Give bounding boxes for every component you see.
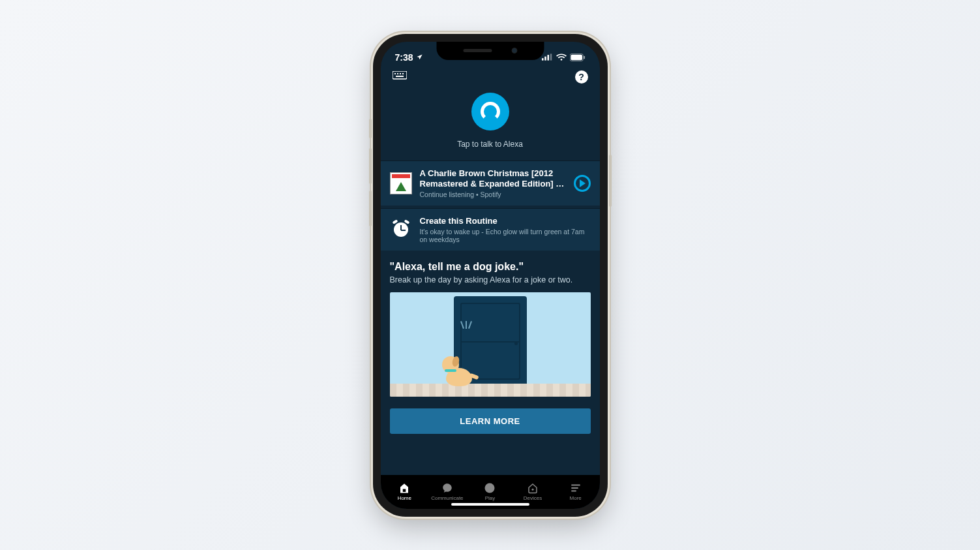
volume-down-button	[369, 191, 372, 226]
mute-switch	[369, 119, 372, 138]
tab-communicate-label: Communicate	[431, 495, 463, 501]
cellular-signal-icon	[542, 53, 553, 61]
status-time: 7:38	[395, 52, 413, 63]
svg-rect-9	[397, 73, 398, 74]
svg-rect-5	[584, 55, 585, 59]
tab-home-label: Home	[398, 495, 411, 501]
phone-notch	[436, 42, 544, 60]
feature-illustration	[390, 292, 591, 397]
more-icon	[570, 482, 582, 494]
svg-rect-10	[400, 73, 401, 74]
svg-rect-6	[571, 54, 582, 59]
alexa-ring-icon	[481, 102, 500, 121]
tab-home[interactable]: Home	[385, 482, 423, 501]
home-icon	[398, 482, 410, 494]
svg-rect-3	[550, 53, 552, 60]
tab-play[interactable]: Play	[471, 482, 509, 501]
now-playing-subtitle: Continue listening • Spotify	[420, 191, 566, 198]
tab-play-label: Play	[485, 495, 496, 501]
svg-rect-0	[542, 58, 544, 60]
help-icon[interactable]: ?	[575, 70, 588, 84]
now-playing-title: A Charlie Brown Christmas [2012 Remaster…	[420, 168, 566, 190]
feature-subtitle: Break up the day by asking Alexa for a j…	[390, 275, 591, 284]
tab-devices-label: Devices	[524, 495, 542, 501]
tab-more-label: More	[570, 495, 582, 501]
wifi-icon	[556, 53, 567, 61]
album-art-icon	[390, 172, 412, 194]
routine-title: Create this Routine	[420, 216, 591, 226]
svg-rect-7	[393, 71, 407, 79]
tap-to-talk-label: Tap to talk to Alexa	[381, 140, 600, 149]
svg-rect-13	[400, 492, 408, 493]
location-arrow-icon	[416, 53, 423, 61]
tab-communicate[interactable]: Communicate	[428, 482, 466, 501]
play-icon[interactable]	[574, 175, 591, 192]
phone-frame: 7:38	[373, 34, 608, 517]
svg-rect-11	[402, 73, 404, 74]
svg-point-15	[532, 489, 534, 491]
routine-card[interactable]: Create this Routine It's okay to wake up…	[381, 208, 600, 251]
now-playing-card[interactable]: A Charlie Brown Christmas [2012 Remaster…	[381, 160, 600, 206]
devices-icon	[527, 482, 539, 494]
phone-screen: 7:38	[381, 42, 600, 509]
learn-more-button[interactable]: LEARN MORE	[390, 408, 591, 434]
feature-section: "Alexa, tell me a dog joke." Break up th…	[381, 251, 600, 402]
svg-rect-1	[544, 57, 546, 61]
home-indicator[interactable]	[451, 503, 529, 506]
volume-up-button	[369, 148, 372, 184]
power-button	[609, 155, 612, 207]
keyboard-icon[interactable]	[393, 71, 407, 83]
battery-icon	[570, 53, 586, 61]
feature-title: "Alexa, tell me a dog joke."	[390, 261, 591, 273]
svg-rect-2	[547, 55, 549, 61]
alarm-clock-icon	[390, 219, 412, 241]
tab-more[interactable]: More	[557, 482, 595, 501]
play-tab-icon	[484, 482, 496, 494]
earpiece-speaker	[463, 49, 492, 52]
tab-devices[interactable]: Devices	[514, 482, 552, 501]
alexa-orb-button[interactable]	[471, 93, 509, 130]
svg-rect-8	[394, 73, 396, 74]
svg-rect-12	[396, 76, 404, 77]
front-camera	[511, 48, 517, 53]
dog-illustration	[442, 351, 479, 386]
routine-subtitle: It's okay to wake up - Echo glow will tu…	[420, 228, 591, 243]
communicate-icon	[441, 482, 453, 494]
